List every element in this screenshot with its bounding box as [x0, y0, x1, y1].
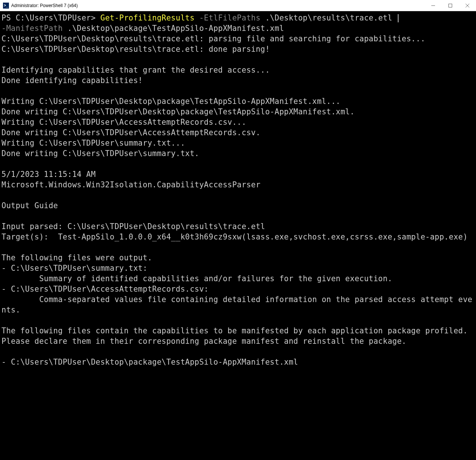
param-etlfilepaths: -EtlFilePaths [199, 13, 265, 22]
powershell-icon: >_ [3, 3, 9, 9]
close-icon [466, 4, 469, 7]
param-manifestpath: -ManifestPath [1, 24, 67, 33]
prompt: PS C:\Users\TDPUser> [1, 13, 100, 22]
terminal-area[interactable]: PS C:\Users\TDPUser> Get-ProfilingResult… [0, 11, 476, 369]
arg-etlfilepaths: .\Desktop\results\trace.etl [265, 13, 397, 22]
arg-manifestpath: .\Desktop\package\TestAppSilo-AppXManife… [67, 24, 284, 33]
minimize-icon [431, 4, 435, 7]
minimize-button[interactable] [425, 0, 442, 11]
window-title: Administrator: PowerShell 7 (x64) [11, 3, 78, 8]
close-button[interactable] [459, 0, 476, 11]
titlebar-controls [425, 0, 476, 11]
maximize-icon [448, 4, 452, 7]
cmdlet: Get-ProfilingResults [100, 13, 199, 22]
svg-rect-1 [449, 4, 452, 7]
text-cursor [398, 14, 399, 22]
titlebar-left: >_ Administrator: PowerShell 7 (x64) [3, 3, 78, 9]
terminal-output: C:\Users\TDPUser\Desktop\results\trace.e… [1, 34, 475, 367]
maximize-button[interactable] [442, 0, 459, 11]
titlebar: >_ Administrator: PowerShell 7 (x64) [0, 0, 476, 11]
